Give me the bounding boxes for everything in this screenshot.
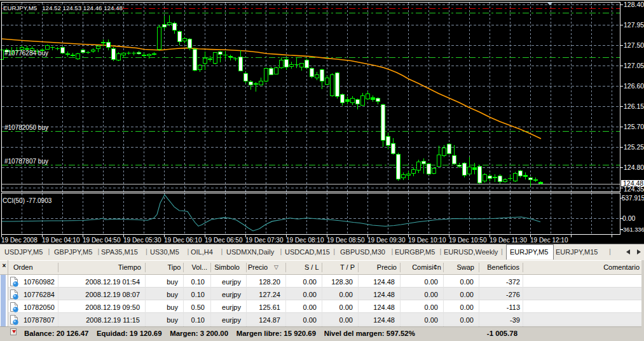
svg-text:19 Dec 07:30: 19 Dec 07:30 <box>245 237 284 244</box>
svg-text:124.80: 124.80 <box>624 164 644 171</box>
svg-text:#10787807 buy: #10787807 buy <box>4 158 48 165</box>
svg-text:125.25: 125.25 <box>624 143 644 151</box>
svg-text:19 Dec 08:10: 19 Dec 08:10 <box>286 237 324 244</box>
svg-text:126.60: 126.60 <box>624 82 644 90</box>
svg-text:19 Dec 06:50: 19 Dec 06:50 <box>205 237 243 244</box>
svg-text:19 Dec 10:50: 19 Dec 10:50 <box>449 237 487 244</box>
svg-text:124.48: 124.48 <box>623 179 643 187</box>
svg-text:127.95: 127.95 <box>624 21 644 29</box>
svg-text:125.70: 125.70 <box>624 123 644 130</box>
svg-text:#10782050 buy: #10782050 buy <box>4 124 48 131</box>
svg-text:-361.336: -361.336 <box>621 226 644 233</box>
svg-text:19 Dec 04:10: 19 Dec 04:10 <box>42 237 80 244</box>
svg-text:EURJPY,M5 124.52 124.53 124.: EURJPY,M5 124.52 124.53 124.46 124.48 <box>3 4 123 11</box>
svg-text:19 Dec 06:10: 19 Dec 06:10 <box>164 237 202 244</box>
svg-text:CCI(50) -77.0903: CCI(50) -77.0903 <box>3 197 52 204</box>
svg-text:19 Dec 04:50: 19 Dec 04:50 <box>83 237 121 244</box>
svg-text:19 Dec 05:30: 19 Dec 05:30 <box>123 237 161 244</box>
svg-text:19 Dec 2008: 19 Dec 2008 <box>1 237 38 244</box>
svg-text:127.05: 127.05 <box>624 62 644 69</box>
svg-text:126.15: 126.15 <box>624 102 644 110</box>
svg-text:#10776284 buy: #10776284 buy <box>4 50 48 57</box>
svg-text:537.915: 537.915 <box>622 195 644 202</box>
svg-text:19 Dec 11:30: 19 Dec 11:30 <box>490 237 527 244</box>
svg-text:19 Dec 10:10: 19 Dec 10:10 <box>408 237 446 244</box>
svg-text:19 Dec 12:10: 19 Dec 12:10 <box>530 237 568 244</box>
svg-text:19 Dec 08:50: 19 Dec 08:50 <box>327 237 365 244</box>
svg-text:19 Dec 09:30: 19 Dec 09:30 <box>367 237 406 244</box>
svg-text:127.50: 127.50 <box>624 41 644 49</box>
svg-text:0.00: 0.00 <box>622 214 636 222</box>
svg-text:128.40: 128.40 <box>624 1 644 8</box>
